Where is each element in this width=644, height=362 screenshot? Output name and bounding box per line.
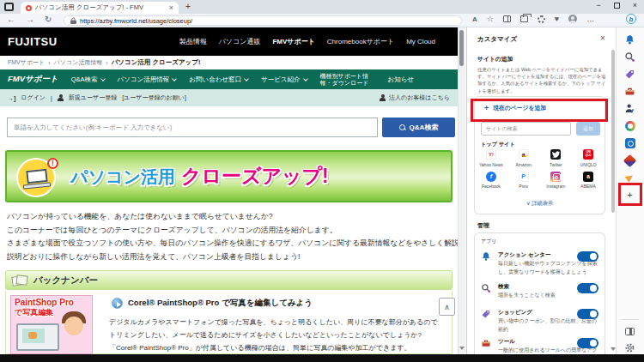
- panel-close-icon[interactable]: ×: [600, 33, 605, 43]
- nav-item-products[interactable]: 製品情報: [179, 37, 207, 46]
- pixiv-icon: P: [519, 172, 529, 182]
- read-aloud-icon[interactable]: A: [472, 15, 477, 23]
- gnav-pc-usage[interactable]: パソコン活用情報: [118, 75, 177, 84]
- favorites-star-icon[interactable]: ☆: [487, 15, 494, 23]
- register-link[interactable]: 新規ユーザー登録: [69, 94, 117, 102]
- add-site-button[interactable]: 追加: [576, 122, 600, 136]
- add-site-heading: サイトの追加: [477, 55, 513, 63]
- toggle-action-center[interactable]: [577, 251, 598, 262]
- new-tab-button[interactable]: +: [185, 2, 191, 11]
- gnav-model-support[interactable]: 機種別サポート情報・ダウンロード: [320, 73, 375, 87]
- strip-search-icon[interactable]: [624, 51, 635, 63]
- fmv-support-brand[interactable]: FMVサポート: [8, 74, 58, 85]
- toggle-tools[interactable]: [577, 338, 598, 348]
- nav-item-fmv-support[interactable]: FMVサポート: [272, 37, 314, 46]
- banner-title: パソコン活用クローズアップ!: [70, 163, 329, 190]
- tab-actions-icon[interactable]: [4, 3, 14, 11]
- backnumber-heading: バックナンバー: [33, 275, 98, 287]
- breadcrumb-fmv-support[interactable]: FMVサポート: [8, 58, 45, 67]
- login-bar: →] ログイン | 新規ユーザー登録 [ユーザー登録のお願い] 法人のお客様はこ…: [0, 89, 458, 106]
- article-arrow-icon: [112, 298, 123, 309]
- chevron-down-icon: [100, 76, 106, 81]
- strip-drop-plane-icon[interactable]: ▶: [624, 172, 635, 183]
- bing-copilot-icon[interactable]: b: [626, 14, 636, 24]
- shopping-heart-icon[interactable]: ♥: [555, 15, 559, 23]
- top-site-abema[interactable]: a ABEMA: [573, 172, 605, 190]
- collections-icon[interactable]: [520, 15, 528, 22]
- browser-essentials-icon[interactable]: [538, 15, 545, 23]
- strip-action-center-icon[interactable]: [624, 34, 635, 45]
- strip-m365-icon[interactable]: [624, 155, 635, 166]
- top-site-yahoo-news[interactable]: Y! Yahoo News: [475, 149, 507, 167]
- forward-button-icon[interactable]: →: [26, 15, 34, 24]
- top-site-uniqlo[interactable]: UNIQLO UNIQLO: [573, 149, 605, 167]
- reload-button-icon[interactable]: ↻: [45, 15, 52, 24]
- tab-close-icon[interactable]: ×: [169, 3, 173, 12]
- gnav-services[interactable]: サービス紹介: [261, 75, 307, 84]
- laptop-illustration-icon: !: [16, 158, 56, 197]
- app-shopping-desc: 買い物中のクーポン、割引の比較、お金の節約: [498, 317, 598, 334]
- register-note-link[interactable]: [ユーザー登録のお願い]: [122, 94, 186, 102]
- top-site-amazon[interactable]: a Amazon: [507, 149, 539, 167]
- profile-avatar[interactable]: [568, 15, 577, 23]
- amazon-icon: a: [519, 149, 529, 160]
- toggle-shopping[interactable]: [577, 309, 598, 319]
- login-arrow-icon: →]: [8, 95, 15, 101]
- strip-tools-icon[interactable]: [624, 86, 635, 97]
- closeup-banner[interactable]: ! パソコン活用クローズアップ!: [5, 150, 453, 202]
- strip-games-person-icon[interactable]: [624, 103, 635, 114]
- article-thumbnail[interactable]: PaintShop Pro で写真編集: [10, 295, 93, 354]
- twitter-bird-icon: [550, 149, 561, 160]
- top-site-pixiv[interactable]: P Pixiv: [507, 172, 539, 190]
- top-site-facebook[interactable]: f Facebook: [475, 172, 507, 190]
- toggle-search[interactable]: [577, 283, 598, 293]
- address-bar[interactable]: https://azby.fmworld.net/usage/closeup/: [64, 15, 462, 26]
- webpage-viewport: FUJITSU 製品情報 パソコン通販 FMVサポート Chromebookサポ…: [0, 27, 458, 354]
- top-sites-label: トップ サイト: [481, 141, 515, 148]
- top-site-twitter[interactable]: Twitter: [540, 149, 572, 167]
- browser-tab[interactable]: パソコン活用 クローズアップ! - FMV ×: [21, 2, 179, 14]
- gnav-contact[interactable]: お問い合わせ窓口: [189, 75, 248, 84]
- strip-colorful-ring-icon[interactable]: [624, 120, 635, 131]
- scroll-to-top-button[interactable]: ∧: [439, 298, 455, 316]
- show-details-link[interactable]: ∨ 詳細表示: [474, 200, 605, 208]
- strip-shopping-icon[interactable]: [624, 69, 635, 80]
- tab-favicon-icon: [26, 5, 32, 11]
- tab-title: パソコン活用 クローズアップ! - FMV: [35, 3, 166, 12]
- breadcrumb-pc-usage[interactable]: パソコン活用情報: [54, 58, 103, 67]
- panel-title: カスタマイズ: [477, 35, 517, 44]
- settings-gear-icon[interactable]: [624, 342, 635, 353]
- back-button-icon[interactable]: ←: [7, 15, 15, 24]
- gnav-qa-search[interactable]: Q&A検索: [71, 75, 105, 84]
- page-scrollbar[interactable]: [458, 27, 465, 354]
- scrollbar-down-arrow[interactable]: [459, 347, 465, 350]
- panel-scrollbar-thumb[interactable]: [611, 50, 615, 213]
- page-scrollbar-thumb[interactable]: [459, 30, 464, 66]
- person-add-icon: [58, 94, 64, 101]
- nav-item-pc-shop[interactable]: パソコン通販: [219, 37, 261, 46]
- split-screen-icon[interactable]: [503, 15, 511, 22]
- annotation-box-add-current-page: [471, 99, 608, 122]
- fujitsu-logo[interactable]: FUJITSU: [8, 35, 58, 48]
- qa-search-button[interactable]: Q&A検索: [382, 118, 455, 137]
- window-minimize-button[interactable]: −: [596, 1, 600, 9]
- breadcrumb-current: パソコン活用 クローズアップ!: [112, 58, 201, 67]
- settings-menu-icon[interactable]: …: [586, 15, 594, 23]
- gnav-news[interactable]: お知らせ: [388, 75, 415, 84]
- exclamation-icon: !: [47, 158, 58, 169]
- strip-camera-app-icon[interactable]: [624, 137, 635, 148]
- article-title-link[interactable]: Corel® PaintShop® Pro で写真を編集してみよう: [128, 298, 313, 309]
- nav-item-my-cloud[interactable]: My Cloud: [406, 38, 435, 45]
- sidebar-toggle-icon[interactable]: [624, 326, 635, 337]
- top-site-instagram[interactable]: Instagram: [540, 172, 572, 190]
- nav-item-chromebook-support[interactable]: Chromebookサポート: [327, 37, 394, 46]
- login-link[interactable]: ログイン: [21, 94, 46, 102]
- browser-window: パソコン活用 クローズアップ! - FMV × + − × ← → ↻ http…: [0, 0, 644, 362]
- article-body-line: 「Corel® PaintShop® Pro」が付属している機種の場合は、簡単に…: [109, 341, 438, 354]
- qa-search-input[interactable]: [7, 118, 378, 137]
- chevron-down-icon: ∨: [526, 200, 531, 206]
- site-search-input[interactable]: [481, 122, 571, 136]
- corporate-link[interactable]: 法人のお客様はこちら: [380, 94, 450, 102]
- window-close-button[interactable]: ×: [633, 1, 637, 9]
- window-maximize-button[interactable]: [614, 3, 620, 9]
